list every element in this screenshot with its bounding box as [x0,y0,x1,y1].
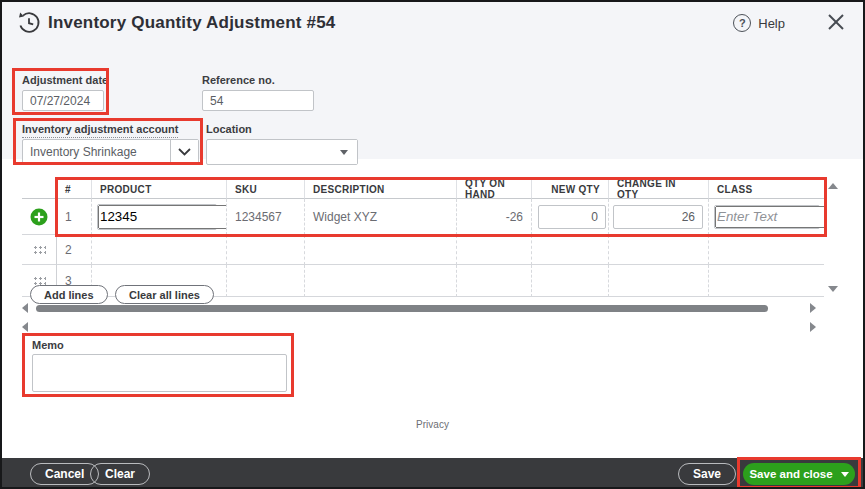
horizontal-scrollbar-thumb[interactable] [36,305,768,312]
table-row: 2 [22,235,824,265]
inventory-adjustment-dialog: Inventory Quantity Adjustment #54 ? Help… [0,0,865,489]
location-label: Location [206,123,252,135]
page-title: Inventory Quantity Adjustment #54 [48,13,335,33]
chevron-down-icon[interactable] [170,140,198,164]
adjustment-date-input[interactable] [22,90,104,111]
table-row: 1 1234567 Widget XYZ -26 [22,199,824,235]
save-and-close-label: Save and close [749,468,832,480]
row3-new-qty-cell[interactable] [532,265,609,297]
drag-handle-icon[interactable] [33,245,46,254]
row1-change-in-qty-cell [609,199,709,235]
row1-gutter [22,199,57,235]
row3-qty-on-hand-cell[interactable] [457,265,532,297]
clear-all-lines-button[interactable]: Clear all lines [115,285,214,304]
form-panel: Inventory Quantity Adjustment #54 ? Help… [2,2,863,159]
row3-class-cell[interactable] [709,265,824,297]
inventory-adjustment-account-select[interactable] [22,139,199,165]
row3-sku-cell[interactable] [227,265,305,297]
location-caret-icon[interactable] [331,140,357,164]
row2-gutter [22,235,57,265]
col-header-new-qty: NEW QTY [532,179,609,199]
add-lines-button[interactable]: Add lines [30,285,108,304]
row2-product-cell[interactable] [92,235,227,265]
scroll-right-icon[interactable] [810,303,816,313]
clear-button[interactable]: Clear [90,463,150,485]
inventory-adjustment-account-value[interactable] [23,140,170,164]
row2-new-qty-cell[interactable] [532,235,609,265]
add-row-icon[interactable] [30,208,48,226]
cancel-button[interactable]: Cancel [30,463,99,485]
memo-label: Memo [32,339,64,351]
scroll-right-icon[interactable] [810,322,816,332]
col-header-sku: SKU [227,179,305,199]
scroll-left-icon[interactable] [22,322,28,332]
help-label: Help [758,16,785,31]
save-and-close-button[interactable]: Save and close [743,463,855,485]
row2-qty-on-hand-cell[interactable] [457,235,532,265]
privacy-link[interactable]: Privacy [2,419,863,430]
new-qty-input[interactable] [538,205,606,229]
class-input[interactable] [715,206,824,228]
save-options-caret-icon[interactable] [841,472,849,477]
inventory-adjustment-account-label: Inventory adjustment account [22,123,178,138]
col-header-class: CLASS [709,179,824,199]
adjustment-date-label: Adjustment date [22,74,108,86]
table-header-row: # PRODUCT SKU DESCRIPTION QTY ON HAND NE… [22,179,824,199]
class-select[interactable] [714,205,820,229]
product-select[interactable] [97,204,217,230]
row1-num: 1 [57,199,92,235]
row2-num: 2 [57,235,92,265]
scroll-up-icon[interactable] [828,183,838,189]
memo-textarea[interactable] [32,354,287,392]
col-header-description: DESCRIPTION [305,179,457,199]
help-icon: ? [733,14,751,32]
save-button[interactable]: Save [678,463,736,485]
close-icon[interactable] [825,11,847,33]
location-select[interactable] [206,139,358,165]
col-header-qty-on-hand: QTY ON HAND [457,179,532,199]
row2-class-cell[interactable] [709,235,824,265]
help-button[interactable]: ? Help [733,14,785,32]
col-header-num: # [57,179,92,199]
scroll-left-icon[interactable] [22,303,28,313]
change-in-qty-input[interactable] [613,205,703,229]
row1-description: Widget XYZ [305,199,457,235]
scroll-down-icon[interactable] [828,286,838,292]
location-value[interactable] [207,140,331,164]
row2-change-in-qty-cell[interactable] [609,235,709,265]
drag-handle-icon[interactable] [33,276,46,285]
col-header-change-in-qty: CHANGE IN QTY [609,179,709,199]
history-icon[interactable] [17,11,41,35]
row1-qty-on-hand: -26 [457,199,532,235]
row2-sku-cell[interactable] [227,235,305,265]
row1-class-cell [709,199,824,235]
reference-no-label: Reference no. [202,74,275,86]
row1-product-cell [92,199,227,235]
row3-description-cell[interactable] [305,265,457,297]
gutter-header-cell [22,179,57,199]
product-value[interactable] [98,205,227,229]
row3-change-in-qty-cell[interactable] [609,265,709,297]
row1-sku: 1234567 [227,199,305,235]
row2-description-cell[interactable] [305,235,457,265]
col-header-product: PRODUCT [92,179,227,199]
row1-new-qty-cell [532,199,609,235]
reference-no-input[interactable] [202,90,314,111]
line-items-table: # PRODUCT SKU DESCRIPTION QTY ON HAND NE… [22,179,824,297]
